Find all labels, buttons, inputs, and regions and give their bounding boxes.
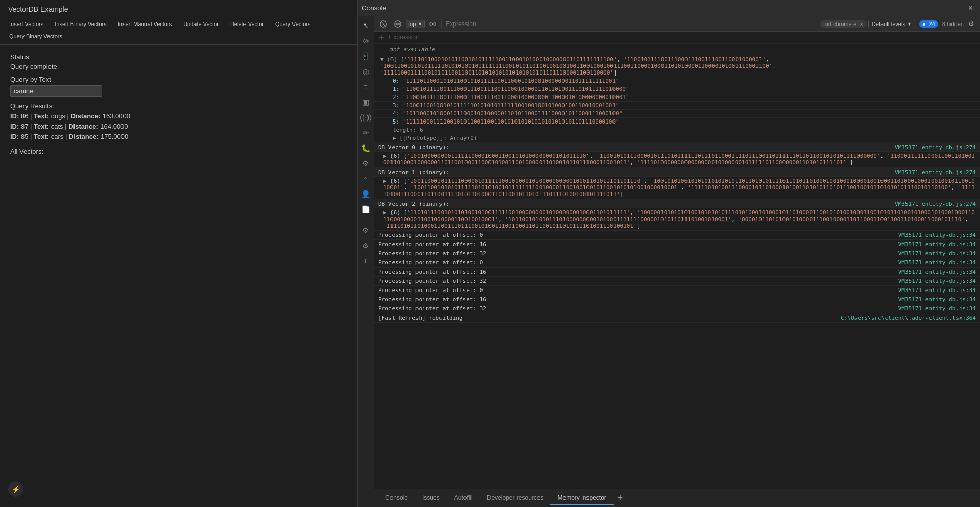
proto-expand-icon[interactable]: ▶ — [393, 135, 396, 141]
result-item: ID: 86 | Text: dogs | Distance: 163.0000 — [10, 112, 347, 120]
person-icon[interactable]: 👤 — [359, 187, 373, 201]
processing-text-0: Processing pointer at offset: 0 — [378, 232, 483, 238]
settings-gear-button[interactable]: ⚙ — [966, 19, 977, 29]
plus-icon[interactable]: + — [359, 254, 373, 268]
query-binary-vectors-button[interactable]: Query Binary Vectors — [4, 31, 67, 42]
processing-source-link-0[interactable]: VM35171 entity-db.js:34 — [898, 232, 976, 238]
bottom-tabs-bar: ConsoleIssuesAutofillDeveloper resources… — [374, 489, 980, 507]
cog2-icon[interactable]: ⚙ — [359, 238, 373, 253]
clear-console-button[interactable] — [377, 19, 389, 29]
binary-vector-array-2: ▶ (6) ['11010111001010101001010011111001… — [374, 208, 980, 231]
message-count-badge: ● 24 — [919, 20, 938, 28]
home-icon[interactable]: ⌂ — [359, 172, 373, 186]
devtools-title: Console — [362, 4, 386, 12]
wifi-icon[interactable]: ((·)) — [359, 110, 373, 125]
chevron-down-icon: ▼ — [418, 21, 422, 27]
binary-vector-title-2: DB Vector 2 (binary): — [378, 201, 449, 207]
top-context-selector[interactable]: top ▼ — [406, 20, 425, 28]
processing-entry-7: Processing pointer at offset: 16VM35171 … — [374, 295, 980, 304]
insert-binary-vectors-button[interactable]: Insert Binary Vectors — [50, 18, 112, 30]
processing-text-4: Processing pointer at offset: 16 — [378, 269, 486, 275]
tab-console[interactable]: Console — [378, 491, 415, 505]
phone-icon[interactable]: 📱 — [359, 49, 373, 63]
sidebar-icons: ↖⊘📱◎≡▣((·))✏🐛⚙⌂👤📄⚙⚙+ — [358, 16, 374, 507]
top-label: top — [408, 21, 416, 27]
ban-button[interactable] — [391, 19, 404, 29]
circle-slash-icon[interactable]: ⊘ — [359, 34, 373, 48]
insert-manual-vectors-button[interactable]: Insert Manual Vectors — [113, 18, 177, 30]
query-input[interactable] — [10, 85, 102, 97]
fast-refresh-source-link[interactable]: C:\Users\src\client\.ader-client.tsx:364 — [841, 315, 976, 321]
processing-entry-0: Processing pointer at offset: 0VM35171 e… — [374, 231, 980, 240]
svg-line-1 — [381, 21, 386, 26]
binary-vector-header-2: DB Vector 2 (binary):VM35171 entity-db.j… — [374, 199, 980, 208]
url-filter-chip[interactable]: -url:chrome-e × — [820, 20, 866, 28]
log-prototype: ▶ [[Prototype]]: Array(0) — [374, 134, 980, 142]
array-collapse-icon-2[interactable]: ▶ — [383, 209, 387, 216]
processing-text-8: Processing pointer at offset: 32 — [378, 305, 486, 312]
add-tab-button[interactable]: + — [614, 493, 627, 503]
log-indexed-item: 1: "110010111100111000111001110011000100… — [374, 85, 980, 93]
processing-source-link-4[interactable]: VM35171 entity-db.js:34 — [898, 269, 976, 275]
binary-vector-array-1: ▶ (6) ['10011000101111100000101111100100… — [374, 177, 980, 199]
lightning-icon[interactable]: ⚡ — [8, 481, 23, 497]
brush-icon[interactable]: ✏ — [359, 126, 373, 140]
processing-source-link-8[interactable]: VM35171 entity-db.js:34 — [898, 305, 976, 312]
console-toolbar: top ▼ -url:chrome-e × Default levels ▼ ● — [374, 16, 980, 32]
processing-text-3: Processing pointer at offset: 0 — [378, 259, 483, 266]
binary-vector-header-0: DB Vector 0 (binary):VM35171 entity-db.j… — [374, 142, 980, 152]
binary-vector-source-link-0[interactable]: VM35171 entity-db.js:274 — [895, 144, 976, 151]
console-filter-input[interactable] — [441, 19, 818, 29]
console-entries: ▼ (6) ['11110110001010110010101111100110… — [374, 55, 980, 231]
bug-icon[interactable]: 🐛 — [359, 141, 373, 155]
console-log-area[interactable]: not available ▼ (6) ['111101100010101100… — [374, 44, 980, 489]
array-collapse-icon-0[interactable]: ▶ — [383, 153, 387, 159]
log-indexed-item: 2: "110010111100111000111001110011000100… — [374, 93, 980, 102]
tab-autofill[interactable]: Autofill — [447, 491, 480, 505]
processing-entry-2: Processing pointer at offset: 32VM35171 … — [374, 249, 980, 258]
lines-icon[interactable]: ≡ — [359, 80, 373, 94]
processing-source-link-2[interactable]: VM35171 entity-db.js:34 — [898, 250, 976, 257]
cog-icon[interactable]: ⚙ — [359, 223, 373, 237]
chevron-down-icon: ▼ — [907, 21, 912, 27]
array-expand-triangle[interactable]: ▼ — [380, 56, 384, 63]
box-icon[interactable]: ▣ — [359, 95, 373, 109]
devtools-close-button[interactable]: × — [965, 3, 976, 14]
eye-filter-button[interactable] — [427, 19, 439, 29]
status-label: Status: — [10, 53, 347, 61]
processing-entry-4: Processing pointer at offset: 16VM35171 … — [374, 268, 980, 277]
processing-source-link-6[interactable]: VM35171 entity-db.js:34 — [898, 287, 976, 294]
url-filter-remove-button[interactable]: × — [858, 21, 863, 27]
binary-vector-title-1: DB Vector 1 (binary): — [378, 169, 449, 176]
processing-text-7: Processing pointer at offset: 16 — [378, 296, 486, 303]
array-collapse-icon-1[interactable]: ▶ — [383, 178, 387, 184]
tab-issues[interactable]: Issues — [415, 491, 447, 505]
insert-vectors-button[interactable]: Insert Vectors — [4, 18, 48, 30]
processing-source-link-3[interactable]: VM35171 entity-db.js:34 — [898, 259, 976, 266]
tab-memory-inspector[interactable]: Memory inspector — [550, 491, 613, 505]
processing-source-link-7[interactable]: VM35171 entity-db.js:34 — [898, 296, 976, 303]
not-available-entry: not available — [374, 44, 980, 55]
binary-vector-source-link-1[interactable]: VM35171 entity-db.js:274 — [895, 169, 976, 176]
query-vectors-button[interactable]: Query Vectors — [270, 18, 316, 30]
devtools-header: Console × — [358, 0, 980, 16]
binary-vector-source-link-2[interactable]: VM35171 entity-db.js:274 — [895, 201, 976, 207]
delete-vector-button[interactable]: Delete Vector — [225, 18, 269, 30]
processing-entry-6: Processing pointer at offset: 0VM35171 e… — [374, 286, 980, 295]
badge-icon: ● — [922, 21, 926, 27]
eye-icon[interactable]: ◎ — [359, 64, 373, 79]
update-vector-button[interactable]: Update Vector — [178, 18, 224, 30]
tab-developer-resources[interactable]: Developer resources — [480, 491, 551, 505]
pointer-icon[interactable]: ↖ — [359, 18, 373, 33]
binary-vector-header-1: DB Vector 1 (binary):VM35171 entity-db.j… — [374, 167, 980, 177]
query-results-label: Query Results: — [10, 102, 347, 110]
processing-source-link-1[interactable]: VM35171 entity-db.js:34 — [898, 241, 976, 248]
default-levels-button[interactable]: Default levels ▼ — [868, 20, 915, 28]
file-icon[interactable]: 📄 — [359, 202, 373, 216]
gear-icon[interactable]: ⚙ — [359, 156, 373, 171]
processing-source-link-5[interactable]: VM35171 entity-db.js:34 — [898, 278, 976, 284]
processing-text-6: Processing pointer at offset: 0 — [378, 287, 483, 294]
log-indexed-item: 0: "111101100010101100101011111001100010… — [374, 77, 980, 85]
expression-label: Expression — [378, 34, 420, 41]
fast-refresh-text: [Fast Refresh] rebuilding — [378, 315, 463, 321]
